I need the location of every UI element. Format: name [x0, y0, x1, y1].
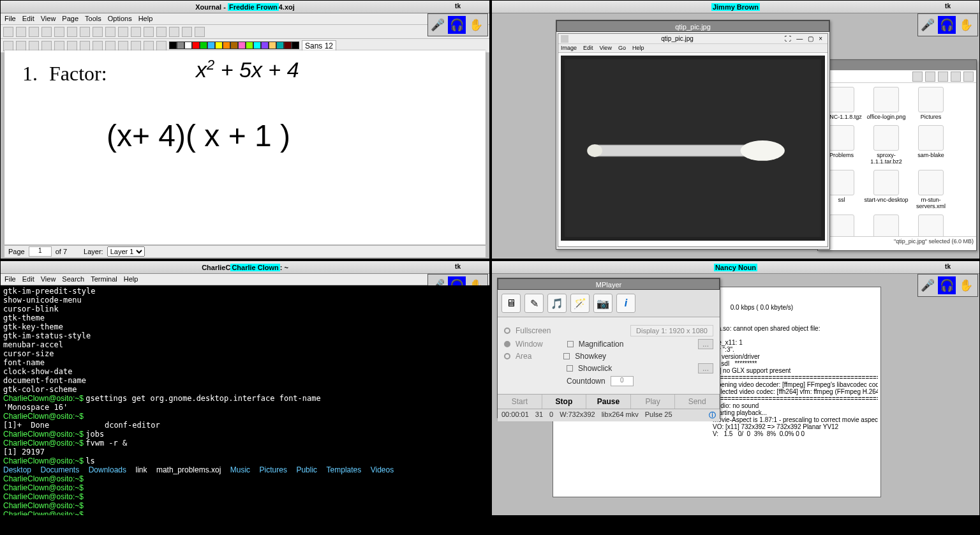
info-icon[interactable]: i: [616, 294, 635, 313]
last-page-icon[interactable]: [144, 27, 154, 37]
camera-icon[interactable]: 📷: [593, 294, 612, 313]
menu-tools[interactable]: Tools: [85, 15, 101, 22]
terminal-body[interactable]: gtk-im-preedit-style show-unicode-menu c…: [1, 285, 489, 515]
xournal-titlebar[interactable]: Xournal - Freddie Frown4.xoj: [1, 1, 489, 13]
radio-window[interactable]: [504, 341, 510, 347]
paste-icon[interactable]: [67, 27, 77, 37]
xournal-canvas[interactable]: 1. Factor: x2 + 5x + 4 (x+ 4)( x + 1 ): [4, 50, 486, 245]
color-swatch[interactable]: [230, 41, 238, 49]
send-button[interactable]: Send: [675, 395, 720, 409]
color-swatch[interactable]: [276, 41, 284, 49]
radio-fullscreen[interactable]: [504, 328, 510, 334]
pencil-icon[interactable]: ✎: [524, 294, 544, 313]
filebrowser-titlebar[interactable]: [818, 60, 976, 70]
thin-icon[interactable]: [131, 41, 141, 51]
start-button[interactable]: Start: [498, 395, 542, 409]
thick-icon[interactable]: [156, 41, 167, 51]
play-button[interactable]: Play: [631, 395, 676, 409]
hand-icon[interactable]: ✋: [957, 16, 975, 34]
color-swatch[interactable]: [284, 41, 292, 49]
page-number[interactable]: 1: [29, 246, 52, 257]
music-icon[interactable]: 🎵: [547, 294, 567, 313]
menu-edit[interactable]: Edit: [22, 275, 34, 283]
menu-options[interactable]: Options: [108, 15, 132, 22]
new-icon[interactable]: [16, 27, 26, 37]
highlighter-icon[interactable]: [29, 41, 39, 51]
menu-view[interactable]: View: [41, 275, 56, 283]
pane-titlebar[interactable]: Jimmy Brown: [492, 1, 979, 13]
icon-view-icon[interactable]: [925, 72, 935, 82]
menu-icon[interactable]: [963, 72, 974, 82]
headphones-icon[interactable]: 🎧: [938, 276, 956, 294]
minimize-icon[interactable]: —: [796, 35, 803, 42]
cut-icon[interactable]: [41, 27, 52, 37]
countdown-value[interactable]: 0: [611, 376, 634, 386]
color-swatch[interactable]: [207, 41, 215, 49]
file-grid[interactable]: jeVNC-1.1.8.tgzoffice-login.pngPicturesP…: [818, 83, 976, 236]
image-viewer[interactable]: qtip_pic.jpg qtip_pic.jpg ⛶ — ▢ × ImageE…: [556, 20, 830, 250]
copy-icon[interactable]: [54, 27, 64, 37]
next-page-icon[interactable]: [131, 27, 141, 37]
font-selector[interactable]: Sans 12: [302, 40, 336, 52]
zoom-in-icon[interactable]: [182, 27, 192, 37]
pane-titlebar[interactable]: Nancy Noun: [492, 261, 979, 274]
color-swatch[interactable]: [223, 41, 230, 49]
search-icon[interactable]: [912, 72, 923, 82]
menu-search[interactable]: Search: [62, 275, 84, 283]
file-item[interactable]: start-vnc-desktop: [864, 170, 909, 209]
zoom-fit-icon[interactable]: [169, 27, 179, 37]
chk-showclick[interactable]: [567, 365, 573, 372]
select-rect-icon[interactable]: [80, 41, 90, 51]
layer-select[interactable]: Layer 1: [107, 246, 145, 257]
pause-button[interactable]: Pause: [586, 395, 631, 409]
compact-view-icon[interactable]: [951, 72, 961, 82]
color-swatch[interactable]: [269, 41, 276, 49]
microphone-icon[interactable]: 🎤: [919, 16, 937, 34]
menu-go[interactable]: Go: [618, 45, 626, 51]
file-item[interactable]: vnc1.remina: [909, 215, 953, 236]
mplayer-window[interactable]: MPlayer 🖥 ✎ 🎵 🪄 📷 i Fullscreen Display 1…: [497, 278, 720, 418]
list-view-icon[interactable]: [938, 72, 948, 82]
medium-icon[interactable]: [144, 41, 154, 51]
color-swatch[interactable]: [215, 41, 223, 49]
redo-icon[interactable]: [93, 27, 103, 37]
file-item[interactable]: rn-stun-servers.xml: [909, 170, 953, 209]
prev-page-icon[interactable]: [118, 27, 128, 37]
mplayer-title[interactable]: MPlayer: [498, 278, 720, 290]
color-swatch[interactable]: [192, 41, 200, 49]
color-swatch[interactable]: [246, 41, 253, 49]
restore-icon[interactable]: ▢: [808, 35, 813, 42]
color-swatch[interactable]: [261, 41, 269, 49]
shapes-icon[interactable]: [67, 41, 77, 51]
close-icon[interactable]: ×: [819, 35, 822, 42]
color-swatch[interactable]: [238, 41, 246, 49]
text-icon[interactable]: [41, 41, 52, 51]
menu-file[interactable]: File: [4, 15, 16, 22]
color-swatch[interactable]: [292, 41, 299, 49]
color-swatch[interactable]: [177, 41, 184, 49]
image-icon[interactable]: [54, 41, 64, 51]
headphones-icon[interactable]: 🎧: [938, 16, 956, 34]
headphones-icon[interactable]: 🎧: [448, 16, 466, 34]
zoom-out-icon[interactable]: [156, 27, 167, 37]
menu-view[interactable]: View: [41, 15, 56, 22]
status-info-icon[interactable]: ⓘ: [709, 411, 716, 420]
menu-page[interactable]: Page: [62, 15, 78, 22]
select-region-icon[interactable]: [93, 41, 103, 51]
menu-help[interactable]: Help: [124, 275, 138, 283]
file-browser[interactable]: jeVNC-1.1.8.tgzoffice-login.pngPicturesP…: [817, 59, 977, 251]
browse-button-2[interactable]: ...: [698, 363, 713, 373]
hand-tool-icon[interactable]: [118, 41, 128, 51]
monitor-icon[interactable]: 🖥: [501, 294, 521, 313]
file-item[interactable]: sproxy-1.1.1.tar.bz2: [864, 125, 909, 165]
eraser-icon[interactable]: [16, 41, 26, 51]
hand-icon[interactable]: ✋: [467, 16, 485, 34]
undo-icon[interactable]: [80, 27, 90, 37]
menu-edit[interactable]: Edit: [22, 15, 34, 22]
file-item[interactable]: office-login.png: [864, 87, 909, 120]
color-swatch[interactable]: [184, 41, 192, 49]
stop-button[interactable]: Stop: [542, 395, 587, 409]
chk-magnification[interactable]: [567, 341, 574, 347]
menu-view[interactable]: View: [600, 45, 612, 51]
wand-icon[interactable]: 🪄: [570, 294, 590, 313]
